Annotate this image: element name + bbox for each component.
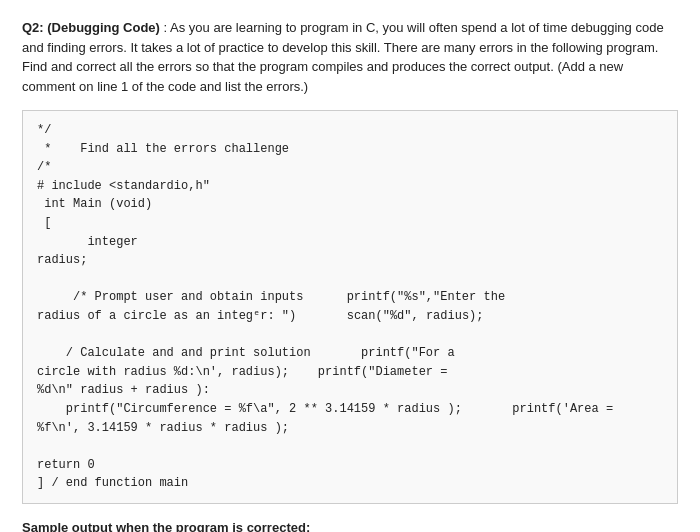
question-label: Q2: (Debugging Code) <box>22 20 160 35</box>
code-block: */ * Find all the errors challenge /* # … <box>22 110 678 504</box>
question-text: Q2: (Debugging Code) : As you are learni… <box>22 18 678 96</box>
sample-label: Sample output when the program is correc… <box>22 520 678 532</box>
